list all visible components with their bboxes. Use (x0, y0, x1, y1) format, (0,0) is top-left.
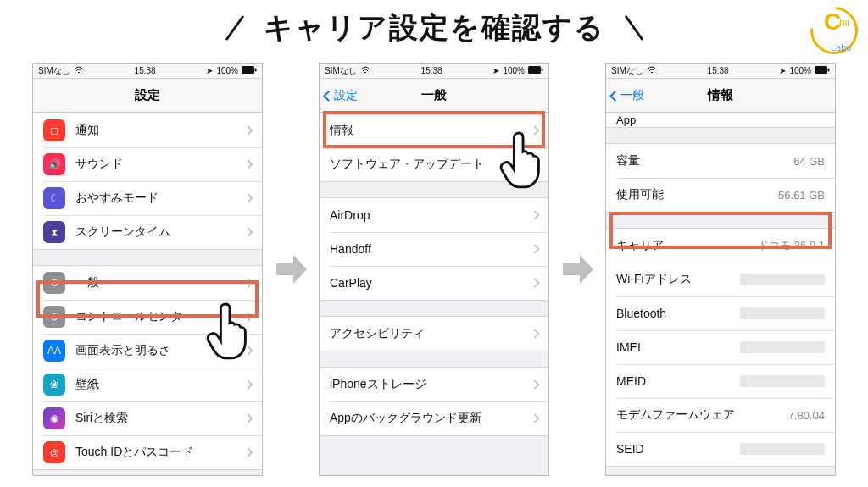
row-label: 通知 (75, 123, 238, 138)
slash-left-icon (218, 13, 248, 43)
row-label: AirDrop (330, 208, 525, 222)
chevron-left-icon (323, 91, 334, 102)
list-item[interactable]: MEID (606, 364, 835, 398)
row-value: 56.61 GB (778, 189, 825, 202)
app-icon: ◻ (43, 119, 65, 141)
svg-rect-5 (541, 69, 542, 72)
redacted-value (740, 443, 825, 455)
battery-icon (528, 66, 543, 75)
row-label: MEID (616, 374, 740, 388)
battery-icon (815, 66, 830, 75)
wifi-icon (647, 66, 657, 76)
list-item[interactable]: ◉Siriと検索 (33, 401, 262, 435)
row-label: Siriと検索 (75, 411, 238, 426)
list-item[interactable]: 容量64 GB (606, 144, 835, 178)
arrow-right-icon (559, 252, 595, 287)
chevron-right-icon (243, 193, 253, 202)
row-label: IMEI (616, 340, 740, 354)
svg-rect-3 (254, 69, 256, 72)
list-item[interactable]: モデムファームウェア7.80.04 (606, 398, 835, 432)
chevron-right-icon (243, 413, 253, 423)
battery-percent: 100% (789, 66, 811, 75)
chevron-right-icon (243, 447, 253, 457)
chevron-right-icon (530, 278, 539, 287)
list-item[interactable]: ❀壁紙 (33, 368, 262, 401)
chevron-left-icon (609, 91, 620, 102)
list-item[interactable]: ◻通知 (33, 113, 262, 147)
nav-title: 設定 (135, 87, 160, 103)
list-item[interactable]: Bluetooth (606, 296, 835, 330)
sim-status: SIMなし (325, 65, 357, 77)
nav-back-label: 設定 (334, 88, 358, 103)
list-item[interactable]: キャリアドコモ 36.0.1 (606, 229, 835, 263)
row-label: Appのバックグラウンド更新 (330, 411, 525, 426)
row-label: iPhoneストレージ (330, 377, 525, 392)
chevron-right-icon (243, 159, 253, 169)
list-item[interactable]: App (606, 113, 835, 128)
page-title: キャリア設定を確認する (264, 8, 605, 47)
list-item[interactable]: Handoff (320, 232, 548, 266)
list-item[interactable]: ☾おやすみモード (33, 181, 262, 215)
row-label: 容量 (616, 153, 793, 169)
app-icon: ◉ (43, 407, 65, 429)
location-icon: ➤ (779, 66, 786, 75)
list-item[interactable]: 🔊サウンド (33, 147, 262, 181)
list-item[interactable]: ⧗スクリーンタイム (33, 215, 262, 249)
status-bar: SIMなし 15:38 ➤ 100% (320, 64, 548, 79)
brand-logo: C hii Labo (809, 5, 860, 56)
row-label: 一般 (75, 275, 238, 291)
list-item[interactable]: AirDrop (320, 198, 548, 232)
row-label: サウンド (75, 157, 238, 172)
app-icon: ☾ (43, 187, 65, 209)
list-item[interactable]: iPhoneストレージ (320, 368, 548, 401)
list-item[interactable]: ⚙一般 (33, 266, 262, 300)
nav-title: 情報 (708, 87, 733, 103)
svg-rect-4 (528, 66, 541, 74)
row-label: おやすみモード (75, 191, 238, 206)
phone-general: SIMなし 15:38 ➤ 100% 設定 一般 情報ソフトウェア・アップデート… (319, 63, 549, 476)
row-label: CarPlay (330, 276, 525, 290)
redacted-value (740, 274, 825, 285)
row-label: 使用可能 (616, 187, 778, 202)
app-icon: ⧗ (43, 221, 65, 243)
status-bar: SIMなし 15:38 ➤ 100% (33, 64, 262, 79)
svg-line-0 (226, 16, 243, 40)
row-label: Bluetooth (616, 307, 740, 320)
status-bar: SIMなし 15:38 ➤ 100% (606, 64, 835, 79)
nav-bar: 設定 一般 (320, 79, 548, 113)
chevron-right-icon (530, 413, 539, 423)
list-item[interactable]: IMEI (606, 330, 835, 364)
list-item[interactable]: SEID (606, 432, 835, 466)
app-icon: 🔊 (43, 153, 65, 175)
battery-percent: 100% (216, 66, 238, 75)
battery-icon (242, 66, 257, 75)
phone-settings: SIMなし 15:38 ➤ 100% 設定 ◻通知🔊サウンド☾おやすみモード⧗ス… (32, 63, 263, 476)
pointing-hand-icon (499, 130, 548, 189)
list-item[interactable]: CarPlay (320, 266, 548, 300)
list-item[interactable]: Wi-Fiアドレス (606, 263, 835, 296)
clock: 15:38 (135, 66, 156, 75)
nav-title: 一般 (421, 87, 447, 103)
chevron-right-icon (530, 244, 539, 253)
nav-back-label: 一般 (620, 88, 644, 103)
list-item[interactable]: Appのバックグラウンド更新 (320, 401, 548, 435)
chevron-right-icon (243, 125, 253, 135)
redacted-value (740, 307, 825, 319)
row-value: ドコモ 36.0.1 (758, 238, 825, 253)
row-label: Touch IDとパスコード (75, 445, 238, 460)
app-icon: AA (43, 340, 65, 362)
wifi-icon (360, 66, 370, 76)
list-item[interactable]: ◎Touch IDとパスコード (33, 435, 262, 469)
row-label: App (616, 113, 636, 126)
app-icon: ❀ (43, 374, 65, 396)
app-icon: ⊙ (43, 306, 65, 328)
redacted-value (740, 341, 825, 353)
list-item[interactable]: アクセシビリティ (320, 317, 548, 351)
svg-rect-6 (815, 66, 827, 74)
nav-back-button[interactable]: 設定 (325, 79, 358, 113)
chevron-right-icon (243, 227, 253, 236)
nav-back-button[interactable]: 一般 (611, 79, 644, 113)
list-item[interactable]: 使用可能56.61 GB (606, 178, 835, 212)
clock: 15:38 (708, 66, 729, 75)
app-icon: ⚙ (43, 272, 65, 294)
